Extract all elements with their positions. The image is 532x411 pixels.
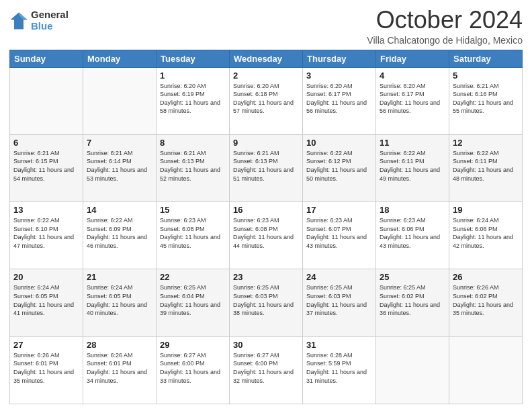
day-header-monday: Monday xyxy=(83,50,157,67)
day-number: 2 xyxy=(233,71,299,81)
week-row-3: 13Sunrise: 6:22 AMSunset: 6:10 PMDayligh… xyxy=(10,202,523,269)
header-row: SundayMondayTuesdayWednesdayThursdayFrid… xyxy=(10,50,523,67)
day-number: 11 xyxy=(380,138,445,148)
day-info: Sunrise: 6:23 AMSunset: 6:07 PMDaylight:… xyxy=(306,216,372,250)
day-info: Sunrise: 6:23 AMSunset: 6:08 PMDaylight:… xyxy=(233,216,299,250)
day-header-tuesday: Tuesday xyxy=(157,50,230,67)
calendar-cell: 31Sunrise: 6:28 AMSunset: 5:59 PMDayligh… xyxy=(303,336,376,404)
calendar-cell: 14Sunrise: 6:22 AMSunset: 6:09 PMDayligh… xyxy=(83,202,157,269)
day-info: Sunrise: 6:26 AMSunset: 6:01 PMDaylight:… xyxy=(87,351,152,385)
logo-text: General Blue xyxy=(31,9,69,32)
day-info: Sunrise: 6:20 AMSunset: 6:17 PMDaylight:… xyxy=(306,82,372,116)
day-number: 13 xyxy=(13,205,79,215)
day-header-saturday: Saturday xyxy=(449,50,523,67)
day-info: Sunrise: 6:22 AMSunset: 6:11 PMDaylight:… xyxy=(380,149,445,183)
title-block: October 2024 Villa Chalcatongo de Hidalg… xyxy=(367,7,523,46)
day-number: 15 xyxy=(160,205,226,215)
day-number: 29 xyxy=(160,340,226,350)
calendar-cell: 13Sunrise: 6:22 AMSunset: 6:10 PMDayligh… xyxy=(10,202,83,269)
day-number: 24 xyxy=(306,272,372,282)
calendar-cell: 25Sunrise: 6:25 AMSunset: 6:02 PMDayligh… xyxy=(376,269,449,336)
calendar-cell: 17Sunrise: 6:23 AMSunset: 6:07 PMDayligh… xyxy=(303,202,376,269)
day-info: Sunrise: 6:24 AMSunset: 6:05 PMDaylight:… xyxy=(87,283,152,317)
calendar-cell xyxy=(376,336,449,404)
day-info: Sunrise: 6:24 AMSunset: 6:06 PMDaylight:… xyxy=(453,216,519,250)
subtitle: Villa Chalcatongo de Hidalgo, Mexico xyxy=(367,35,523,46)
calendar-cell: 1Sunrise: 6:20 AMSunset: 6:19 PMDaylight… xyxy=(157,67,230,134)
day-info: Sunrise: 6:27 AMSunset: 6:00 PMDaylight:… xyxy=(233,351,299,385)
day-info: Sunrise: 6:20 AMSunset: 6:18 PMDaylight:… xyxy=(233,82,299,116)
day-number: 18 xyxy=(380,205,445,215)
logo-blue: Blue xyxy=(31,21,69,32)
calendar-cell: 23Sunrise: 6:25 AMSunset: 6:03 PMDayligh… xyxy=(230,269,303,336)
day-number: 1 xyxy=(160,71,226,81)
day-info: Sunrise: 6:21 AMSunset: 6:16 PMDaylight:… xyxy=(453,82,519,116)
day-number: 6 xyxy=(13,138,79,148)
day-info: Sunrise: 6:24 AMSunset: 6:05 PMDaylight:… xyxy=(13,283,79,317)
day-number: 23 xyxy=(233,272,299,282)
week-row-1: 1Sunrise: 6:20 AMSunset: 6:19 PMDaylight… xyxy=(10,67,523,134)
day-info: Sunrise: 6:21 AMSunset: 6:15 PMDaylight:… xyxy=(13,149,79,183)
day-info: Sunrise: 6:20 AMSunset: 6:17 PMDaylight:… xyxy=(380,82,445,116)
day-info: Sunrise: 6:27 AMSunset: 6:00 PMDaylight:… xyxy=(160,351,226,385)
logo-icon xyxy=(9,11,28,30)
day-number: 8 xyxy=(160,138,226,148)
calendar-cell: 4Sunrise: 6:20 AMSunset: 6:17 PMDaylight… xyxy=(376,67,449,134)
day-number: 20 xyxy=(13,272,79,282)
calendar-cell xyxy=(83,67,157,134)
calendar-table: SundayMondayTuesdayWednesdayThursdayFrid… xyxy=(9,50,523,404)
calendar-cell: 3Sunrise: 6:20 AMSunset: 6:17 PMDaylight… xyxy=(303,67,376,134)
calendar-cell: 30Sunrise: 6:27 AMSunset: 6:00 PMDayligh… xyxy=(230,336,303,404)
calendar-cell: 18Sunrise: 6:23 AMSunset: 6:06 PMDayligh… xyxy=(376,202,449,269)
page: General Blue October 2024 Villa Chalcato… xyxy=(0,0,532,411)
calendar-cell: 9Sunrise: 6:21 AMSunset: 6:13 PMDaylight… xyxy=(230,134,303,201)
day-header-friday: Friday xyxy=(376,50,449,67)
day-number: 3 xyxy=(306,71,372,81)
day-number: 17 xyxy=(306,205,372,215)
day-header-sunday: Sunday xyxy=(10,50,83,67)
calendar-cell: 21Sunrise: 6:24 AMSunset: 6:05 PMDayligh… xyxy=(83,269,157,336)
calendar-cell: 22Sunrise: 6:25 AMSunset: 6:04 PMDayligh… xyxy=(157,269,230,336)
day-number: 14 xyxy=(87,205,152,215)
calendar-cell xyxy=(10,67,83,134)
day-number: 27 xyxy=(13,340,79,350)
week-row-5: 27Sunrise: 6:26 AMSunset: 6:01 PMDayligh… xyxy=(10,336,523,404)
logo-general: General xyxy=(31,9,69,21)
calendar-cell: 8Sunrise: 6:21 AMSunset: 6:13 PMDaylight… xyxy=(157,134,230,201)
day-number: 12 xyxy=(453,138,519,148)
day-header-thursday: Thursday xyxy=(303,50,376,67)
day-info: Sunrise: 6:21 AMSunset: 6:14 PMDaylight:… xyxy=(87,149,152,183)
day-number: 16 xyxy=(233,205,299,215)
day-info: Sunrise: 6:20 AMSunset: 6:19 PMDaylight:… xyxy=(160,82,226,116)
day-info: Sunrise: 6:22 AMSunset: 6:12 PMDaylight:… xyxy=(306,149,372,183)
calendar-cell: 2Sunrise: 6:20 AMSunset: 6:18 PMDaylight… xyxy=(230,67,303,134)
day-info: Sunrise: 6:22 AMSunset: 6:11 PMDaylight:… xyxy=(453,149,519,183)
calendar-cell: 19Sunrise: 6:24 AMSunset: 6:06 PMDayligh… xyxy=(449,202,523,269)
day-info: Sunrise: 6:25 AMSunset: 6:03 PMDaylight:… xyxy=(306,283,372,317)
calendar-cell: 28Sunrise: 6:26 AMSunset: 6:01 PMDayligh… xyxy=(83,336,157,404)
day-number: 4 xyxy=(380,71,445,81)
day-number: 26 xyxy=(453,272,519,282)
calendar-cell: 24Sunrise: 6:25 AMSunset: 6:03 PMDayligh… xyxy=(303,269,376,336)
calendar-cell: 10Sunrise: 6:22 AMSunset: 6:12 PMDayligh… xyxy=(303,134,376,201)
day-number: 7 xyxy=(87,138,152,148)
day-number: 28 xyxy=(87,340,152,350)
day-number: 22 xyxy=(160,272,226,282)
day-number: 19 xyxy=(453,205,519,215)
calendar-cell: 11Sunrise: 6:22 AMSunset: 6:11 PMDayligh… xyxy=(376,134,449,201)
month-title: October 2024 xyxy=(367,7,523,34)
calendar-cell: 6Sunrise: 6:21 AMSunset: 6:15 PMDaylight… xyxy=(10,134,83,201)
day-info: Sunrise: 6:28 AMSunset: 5:59 PMDaylight:… xyxy=(306,351,372,385)
day-number: 30 xyxy=(233,340,299,350)
week-row-2: 6Sunrise: 6:21 AMSunset: 6:15 PMDaylight… xyxy=(10,134,523,201)
calendar-cell: 27Sunrise: 6:26 AMSunset: 6:01 PMDayligh… xyxy=(10,336,83,404)
calendar-cell: 15Sunrise: 6:23 AMSunset: 6:08 PMDayligh… xyxy=(157,202,230,269)
day-info: Sunrise: 6:25 AMSunset: 6:04 PMDaylight:… xyxy=(160,283,226,317)
day-info: Sunrise: 6:22 AMSunset: 6:10 PMDaylight:… xyxy=(13,216,79,250)
calendar-cell: 20Sunrise: 6:24 AMSunset: 6:05 PMDayligh… xyxy=(10,269,83,336)
day-info: Sunrise: 6:22 AMSunset: 6:09 PMDaylight:… xyxy=(87,216,152,250)
week-row-4: 20Sunrise: 6:24 AMSunset: 6:05 PMDayligh… xyxy=(10,269,523,336)
day-number: 9 xyxy=(233,138,299,148)
calendar-cell: 7Sunrise: 6:21 AMSunset: 6:14 PMDaylight… xyxy=(83,134,157,201)
day-info: Sunrise: 6:26 AMSunset: 6:02 PMDaylight:… xyxy=(453,283,519,317)
